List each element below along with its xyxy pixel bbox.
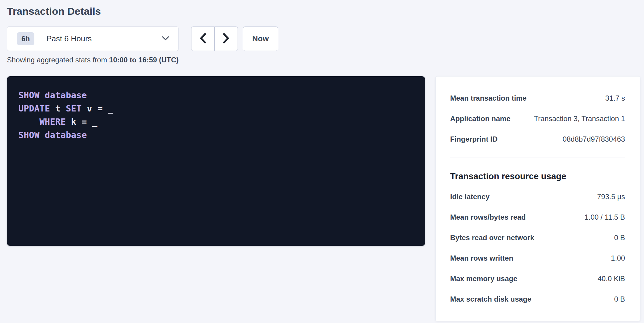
sql-statement-box: SHOW databaseUPDATE t SET v = _ WHERE k …	[7, 76, 425, 246]
card-divider	[450, 158, 625, 158]
stat-row: Bytes read over network0 B	[450, 227, 625, 248]
stat-row: Mean transaction time31.7 s	[450, 88, 625, 108]
stat-row: Max memory usage40.0 KiB	[450, 268, 625, 289]
stat-value: 793.5 µs	[597, 193, 625, 201]
aggregation-range-text: Showing aggregated stats from 10:00 to 1…	[7, 55, 640, 64]
prev-time-button[interactable]	[191, 27, 215, 51]
stat-label: Mean transaction time	[450, 94, 526, 102]
transaction-details-page: Transaction Details 6h Past 6 Hours Now	[0, 0, 644, 321]
stat-label: Mean rows written	[450, 254, 513, 262]
chevron-right-icon	[222, 33, 230, 45]
stat-row: Mean rows/bytes read1.00 / 11.5 B	[450, 207, 625, 227]
stat-value: 0 B	[614, 234, 625, 242]
stat-label: Application name	[450, 114, 510, 123]
sql-line: WHERE k = _	[18, 115, 416, 128]
sql-line: SHOW database	[18, 89, 416, 102]
stat-row: Max scratch disk usage0 B	[450, 289, 625, 309]
time-range-label: Past 6 Hours	[46, 34, 92, 43]
stat-value: 40.0 KiB	[598, 274, 625, 283]
chevron-left-icon	[199, 33, 207, 45]
main-content: SHOW databaseUPDATE t SET v = _ WHERE k …	[7, 76, 640, 321]
stat-label: Idle latency	[450, 193, 490, 201]
stat-label: Bytes read over network	[450, 234, 534, 242]
stat-value: 0 B	[614, 295, 625, 303]
sql-line: UPDATE t SET v = _	[18, 102, 416, 115]
now-button[interactable]: Now	[243, 27, 278, 51]
stat-value: 08d8b7d97f830463	[563, 135, 625, 143]
time-range-badge: 6h	[17, 32, 34, 45]
stat-label: Fingerprint ID	[450, 135, 497, 143]
next-time-button[interactable]	[214, 27, 238, 51]
stat-row: Mean rows written1.00	[450, 248, 625, 268]
stat-label: Max scratch disk usage	[450, 295, 531, 303]
time-controls: 6h Past 6 Hours Now	[7, 27, 640, 51]
stat-row: Fingerprint ID08d8b7d97f830463	[450, 129, 625, 149]
stat-value: 31.7 s	[605, 94, 625, 102]
resource-usage-stats: Idle latency793.5 µsMean rows/bytes read…	[450, 187, 625, 309]
time-range-select[interactable]: 6h Past 6 Hours	[7, 27, 178, 51]
stat-value: 1.00 / 11.5 B	[585, 213, 625, 221]
page-title: Transaction Details	[7, 4, 640, 18]
summary-stats: Mean transaction time31.7 sApplication n…	[450, 88, 625, 149]
stat-label: Mean rows/bytes read	[450, 213, 526, 221]
stat-value: Transaction 3, Transaction 1	[534, 114, 625, 123]
stat-label: Max memory usage	[450, 274, 517, 283]
stat-row: Idle latency793.5 µs	[450, 187, 625, 207]
chevron-down-icon	[161, 36, 170, 42]
transaction-stats-card: Mean transaction time31.7 sApplication n…	[435, 76, 640, 321]
aggregation-range-value: 10:00 to 16:59 (UTC)	[109, 56, 179, 64]
stat-row: Application nameTransaction 3, Transacti…	[450, 108, 625, 129]
sql-line: SHOW database	[18, 128, 416, 142]
time-nav-group	[191, 27, 238, 51]
resource-usage-heading: Transaction resource usage	[450, 166, 625, 187]
aggregation-range-prefix: Showing aggregated stats from	[7, 56, 109, 64]
stat-value: 1.00	[611, 254, 625, 262]
